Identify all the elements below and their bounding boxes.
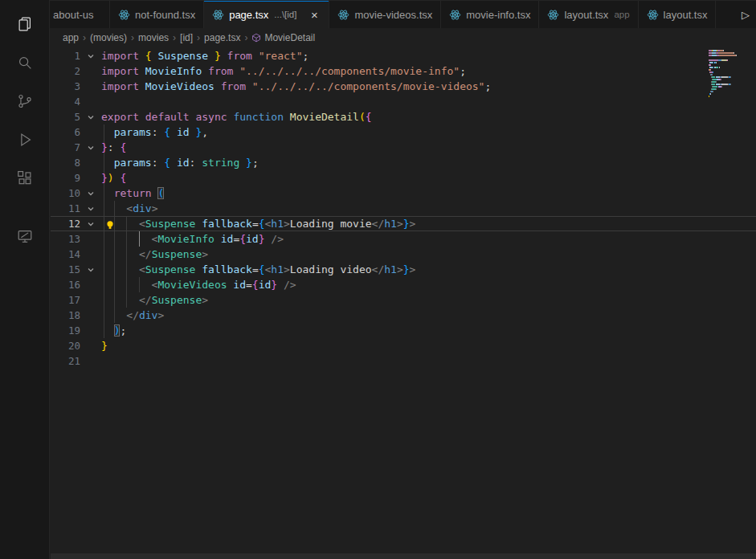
run-icon[interactable]: ▷ [742, 9, 750, 21]
line-number[interactable]: 2 [51, 63, 80, 79]
code-line[interactable]: 12 <Suspense fallback={<h1>Loading movie… [51, 216, 756, 231]
code-line[interactable]: 15 <Suspense fallback={<h1>Loading video… [51, 262, 756, 277]
breadcrumb-item-movies-group[interactable]: (movies) [90, 32, 127, 43]
code-text: params: { id }, [101, 124, 756, 140]
code-line[interactable]: 9}) { [51, 170, 756, 186]
tab-not-found-tsx[interactable]: not-found.tsx [110, 1, 204, 28]
line-number[interactable]: 6 [51, 124, 80, 140]
line-number[interactable]: 21 [51, 353, 80, 369]
line-number[interactable]: 10 [51, 186, 80, 201]
line-number[interactable]: 8 [51, 155, 80, 170]
chevron-down-icon[interactable] [87, 266, 95, 274]
chevron-down-icon[interactable] [87, 52, 95, 60]
activity-bar [0, 0, 50, 559]
line-number[interactable]: 5 [51, 109, 80, 124]
line-number[interactable]: 16 [51, 277, 80, 292]
code-line[interactable]: 8 params: { id: string }; [51, 155, 756, 170]
code-line[interactable]: 16 <MovieVideos id={id} /> [51, 277, 756, 292]
fold-gutter [80, 277, 101, 292]
code-line[interactable]: 6 params: { id }, [51, 124, 756, 140]
activity-bar-item-search[interactable] [6, 43, 44, 82]
code-line[interactable]: 14 </Suspense> [51, 247, 756, 262]
activity-bar-item-remote-explorer[interactable] [6, 217, 44, 255]
breadcrumb-item-id[interactable]: [id] [180, 32, 193, 43]
remote-explorer-icon [16, 227, 34, 245]
code-token: h1 [384, 263, 397, 275]
tab-movie-info-tsx[interactable]: movie-info.tsx [441, 1, 539, 28]
line-number[interactable]: 20 [51, 338, 80, 353]
code-line[interactable]: 2import MovieInfo from "../../../../comp… [51, 63, 756, 79]
breadcrumb-item-movies[interactable]: movies [138, 32, 169, 43]
chevron-down-icon[interactable] [87, 205, 95, 213]
code-token: } [239, 157, 252, 169]
code-line[interactable]: 18 </div> [51, 308, 756, 323]
code-token [101, 324, 114, 337]
code-token: } [271, 279, 277, 291]
react-icon [647, 9, 659, 21]
line-number[interactable]: 12 [51, 216, 80, 231]
minimap-line [709, 86, 754, 88]
code-token: { [239, 233, 246, 245]
line-number[interactable]: 3 [51, 79, 80, 94]
code-text: <MovieInfo id={id} /> [101, 231, 756, 247]
line-number[interactable]: 17 [51, 292, 80, 308]
code-line[interactable]: 11 <div> [51, 201, 756, 216]
horizontal-scrollbar[interactable] [51, 553, 756, 559]
close-icon[interactable]: × [308, 9, 321, 21]
line-number[interactable]: 15 [51, 262, 80, 277]
code-line[interactable]: 10 return ( [51, 186, 756, 201]
line-number[interactable]: 18 [51, 308, 80, 323]
code-text: </Suspense> [101, 247, 756, 262]
chevron-down-icon[interactable] [87, 220, 95, 228]
activity-bar-item-run-debug[interactable] [6, 120, 44, 159]
code-line[interactable]: 3import MovieVideos from "../../../../co… [51, 79, 756, 94]
line-number[interactable]: 4 [51, 94, 80, 109]
code-token: div [133, 202, 151, 214]
chevron-down-icon[interactable] [87, 113, 95, 121]
activity-bar-item-source-control[interactable] [6, 82, 44, 120]
minimap-line [709, 57, 754, 59]
activity-bar-item-extensions[interactable] [6, 159, 44, 198]
tab-about-us[interactable]: about-us [50, 1, 110, 28]
chevron-down-icon[interactable] [87, 190, 95, 198]
chevron-down-icon[interactable] [87, 144, 95, 152]
code-line[interactable]: 19 ); [51, 323, 756, 338]
code-line[interactable]: 7}: { [51, 140, 756, 155]
editor[interactable]: 1import { Suspense } from "react";2impor… [51, 47, 756, 553]
tab-layout-tsx-partial[interactable]: layout.tsx [639, 1, 717, 28]
code-token: > [284, 218, 290, 230]
code-line[interactable]: 13 <MovieInfo id={id} /> [51, 231, 756, 247]
line-number[interactable]: 14 [51, 247, 80, 262]
tab-layout-tsx[interactable]: layout.tsx app [539, 1, 638, 28]
tab-page-tsx[interactable]: page.tsx ...\[id] × [204, 1, 329, 28]
minimap[interactable] [709, 50, 754, 100]
line-number[interactable]: 13 [51, 231, 80, 247]
tab-movie-videos-tsx[interactable]: movie-videos.tsx [329, 1, 441, 28]
line-number[interactable]: 7 [51, 140, 80, 155]
code-token: < [101, 233, 157, 245]
code-line[interactable]: 5export default async function MovieDeta… [51, 109, 756, 124]
code-token: fallback [195, 218, 251, 230]
code-token: = [252, 263, 259, 275]
code-line[interactable]: 4 [51, 94, 756, 109]
code-token: < [101, 202, 133, 214]
line-number[interactable]: 9 [51, 170, 80, 186]
code-line[interactable]: 1import { Suspense } from "react"; [51, 48, 756, 63]
breadcrumb-item-app[interactable]: app [63, 32, 79, 43]
line-number[interactable]: 1 [51, 48, 80, 63]
code-token: { [120, 141, 126, 153]
tab-description: app [614, 10, 629, 19]
code-line[interactable]: 17 </Suspense> [51, 292, 756, 308]
code-token: > [397, 218, 403, 230]
line-number[interactable]: 11 [51, 201, 80, 216]
breadcrumb-item-page-tsx[interactable]: page.tsx [204, 32, 240, 43]
breadcrumb-symbol-moviedetail[interactable]: MovieDetail [251, 32, 315, 43]
line-number[interactable]: 19 [51, 323, 80, 338]
breadcrumb-separator: › [173, 32, 176, 43]
code-line[interactable]: 20} [51, 338, 756, 353]
minimap-line [709, 84, 754, 85]
activity-bar-item-explorer[interactable] [6, 5, 44, 43]
fold-gutter [80, 140, 101, 155]
fold-gutter [80, 338, 101, 353]
code-line[interactable]: 21 [51, 353, 756, 369]
